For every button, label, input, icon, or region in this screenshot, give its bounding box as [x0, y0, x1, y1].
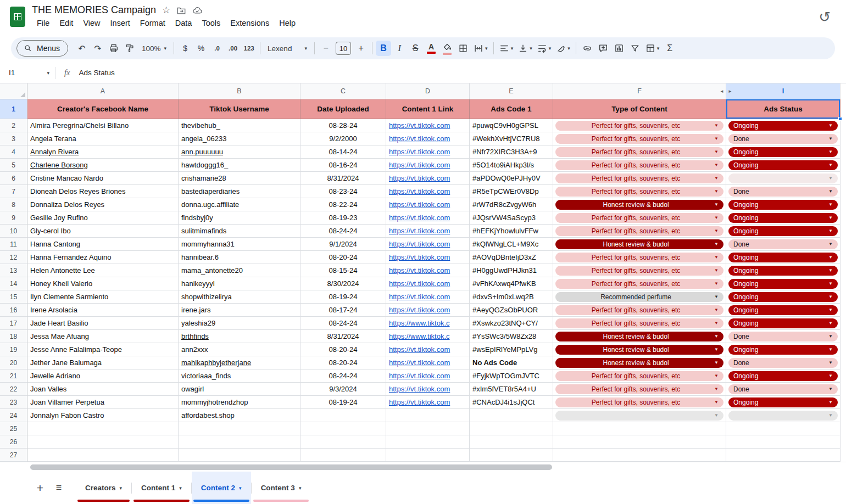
empty-cell[interactable]	[179, 449, 300, 462]
bold-button[interactable]: B	[376, 41, 391, 56]
tiktok-link[interactable]: https://vt.tiktok.com	[389, 372, 450, 380]
column-header-A[interactable]: A	[27, 83, 179, 99]
cell-date-uploaded[interactable]: 08-28-24	[300, 119, 386, 132]
dropdown-chip[interactable]: Ongoing▼	[728, 266, 838, 276]
tiktok-link[interactable]: https://vt.tiktok.com	[389, 161, 450, 169]
cell-content-link[interactable]: https://vt.tiktok.com	[386, 369, 470, 383]
sheet-tab-creators[interactable]: Creators▾	[76, 472, 131, 504]
row-header-27[interactable]: 27	[0, 449, 27, 462]
cell-creator-name[interactable]: Angela Terana	[27, 132, 179, 145]
sheet-tab-content-1[interactable]: Content 1▾	[132, 472, 191, 504]
cell-date-uploaded[interactable]: 8/31/2024	[300, 172, 386, 185]
cell-date-uploaded[interactable]: 08-20-24	[300, 356, 386, 369]
tiktok-link[interactable]: https://www.tiktok.c	[389, 319, 450, 327]
row-header-9[interactable]: 9	[0, 211, 27, 225]
empty-cell[interactable]	[386, 422, 470, 435]
star-icon[interactable]: ☆	[162, 4, 170, 16]
cell-creator-name[interactable]: Hanna Cantong	[27, 238, 179, 251]
dropdown-chip[interactable]: Ongoing▼	[728, 147, 838, 157]
dropdown-chip[interactable]: Perfect for gifts, souvenirs, etc▼	[555, 279, 723, 289]
cell-creator-name[interactable]: Annalyn Rivera	[27, 145, 179, 159]
cell-ads-status[interactable]: Ongoing▼	[726, 369, 841, 383]
cell-ads-status[interactable]: Ongoing▼	[726, 198, 841, 211]
menu-extensions[interactable]: Extensions	[225, 18, 274, 29]
dropdown-chip[interactable]: Ongoing▼	[728, 305, 838, 315]
empty-cell[interactable]	[179, 422, 300, 435]
increase-font-size-button[interactable]: +	[353, 41, 369, 56]
cell-content-link[interactable]: https://vt.tiktok.com	[386, 264, 470, 277]
cell-tiktok-username[interactable]: hanikeyyyl	[179, 277, 300, 290]
dropdown-chip[interactable]: Ongoing▼	[728, 226, 838, 236]
dropdown-chip[interactable]: Perfect for gifts, souvenirs, etc▼	[555, 173, 723, 183]
dropdown-chip[interactable]: Perfect for gifts, souvenirs, etc▼	[555, 397, 723, 407]
dropdown-chip[interactable]: Ongoing▼	[728, 318, 838, 328]
empty-cell[interactable]	[27, 449, 179, 462]
cell-tiktok-username[interactable]: mommyhanna31	[179, 238, 300, 251]
column-header-F[interactable]: F◄	[553, 83, 726, 99]
insert-chart-button[interactable]	[611, 41, 627, 56]
cell-creator-name[interactable]: Joan Valles	[27, 383, 179, 396]
dropdown-chip[interactable]: Ongoing▼	[728, 345, 838, 355]
empty-cell[interactable]	[726, 422, 841, 435]
dropdown-chip[interactable]: Perfect for gifts, souvenirs, etc▼	[555, 384, 723, 394]
cell-tiktok-username[interactable]: brthfinds	[179, 330, 300, 343]
cell-type-of-content[interactable]: Perfect for gifts, souvenirs, etc▼	[553, 172, 726, 185]
hidden-columns-expand-left-icon[interactable]: ◄	[720, 89, 724, 94]
cell-creator-name[interactable]: Charlene Borsong	[27, 159, 179, 172]
fill-color-button[interactable]	[439, 41, 455, 56]
cell-date-uploaded[interactable]: 08-24-24	[300, 317, 386, 330]
format-percent-button[interactable]: %	[193, 41, 209, 56]
dropdown-chip[interactable]: Done▼	[728, 134, 838, 144]
cell-type-of-content[interactable]: Perfect for gifts, souvenirs, etc▼	[553, 396, 726, 409]
cell-type-of-content[interactable]: Honest review & budol▼	[553, 198, 726, 211]
cell-ads-code[interactable]: #xIm5fVET8r5A4+U	[470, 383, 553, 396]
row-header-4[interactable]: 4	[0, 145, 27, 159]
cell-content-link[interactable]: https://vt.tiktok.com	[386, 356, 470, 369]
cell-type-of-content[interactable]: Perfect for gifts, souvenirs, etc▼	[553, 211, 726, 225]
cell-ads-code[interactable]: #wsEpIRlYeMPpLVg	[470, 343, 553, 356]
menu-file[interactable]: File	[32, 18, 54, 29]
cell-content-link[interactable]: https://vt.tiktok.com	[386, 198, 470, 211]
cell-ads-code[interactable]: #YsSWc3/5W8Zx28	[470, 330, 553, 343]
row-header-19[interactable]: 19	[0, 343, 27, 356]
empty-cell[interactable]	[300, 422, 386, 435]
cell-ads-code[interactable]: #CNAcDJ4i1sJjQCt	[470, 396, 553, 409]
cell-date-uploaded[interactable]: 08-24-24	[300, 225, 386, 238]
cell-type-of-content[interactable]: Recommended perfume▼	[553, 290, 726, 304]
cell-type-of-content[interactable]: Perfect for gifts, souvenirs, etc▼	[553, 225, 726, 238]
cell-tiktok-username[interactable]: hannibear.6	[179, 251, 300, 264]
dropdown-chip[interactable]: Perfect for gifts, souvenirs, etc▼	[555, 253, 723, 262]
decrease-decimal-button[interactable]: .0	[209, 41, 225, 56]
cell-creator-name[interactable]: Joan Villamer Perpetua	[27, 396, 179, 409]
menu-insert[interactable]: Insert	[105, 18, 135, 29]
cell-creator-name[interactable]: Gly-cerol Ibo	[27, 225, 179, 238]
cell-tiktok-username[interactable]: irene.jars	[179, 304, 300, 317]
cell-date-uploaded[interactable]: 08-20-24	[300, 343, 386, 356]
increase-decimal-button[interactable]: .00	[225, 41, 241, 56]
cell-type-of-content[interactable]: Perfect for gifts, souvenirs, etc▼	[553, 369, 726, 383]
empty-cell[interactable]	[470, 435, 553, 449]
dropdown-chip[interactable]: Perfect for gifts, souvenirs, etc▼	[555, 305, 723, 315]
header-cell-5[interactable]: Ads Code 1	[470, 99, 553, 119]
cell-ads-status[interactable]: Ongoing▼	[726, 396, 841, 409]
cell-tiktok-username[interactable]: owagirl	[179, 383, 300, 396]
dropdown-chip[interactable]: Perfect for gifts, souvenirs, etc▼	[555, 213, 723, 223]
text-rotation-button[interactable]: ▾	[554, 41, 572, 56]
text-color-button[interactable]: A	[424, 41, 439, 56]
zoom-select[interactable]: 100% ▾	[138, 44, 170, 53]
cell-tiktok-username[interactable]: mama_antonette20	[179, 264, 300, 277]
cell-type-of-content[interactable]: Honest review & budol▼	[553, 238, 726, 251]
dropdown-chip[interactable]: Perfect for gifts, souvenirs, etc▼	[555, 160, 723, 170]
cell-tiktok-username[interactable]: bastediaperdiaries	[179, 185, 300, 198]
cell-tiktok-username[interactable]: donna.ugc.affiliate	[179, 198, 300, 211]
cell-content-link[interactable]: https://www.tiktok.c	[386, 330, 470, 343]
move-folder-icon[interactable]	[176, 5, 186, 15]
row-header-25[interactable]: 25	[0, 422, 27, 435]
cell-ads-code[interactable]: #FyjkWpTOGmJVTC	[470, 369, 553, 383]
redo-button[interactable]: ↷	[90, 41, 105, 56]
cell-tiktok-username[interactable]: shopwithizelirya	[179, 290, 300, 304]
hidden-columns-expand-right-icon[interactable]: ►	[728, 89, 732, 94]
merge-cells-button[interactable]: ▾	[471, 41, 490, 56]
empty-cell[interactable]	[300, 435, 386, 449]
dropdown-chip[interactable]: Ongoing▼	[728, 160, 838, 170]
